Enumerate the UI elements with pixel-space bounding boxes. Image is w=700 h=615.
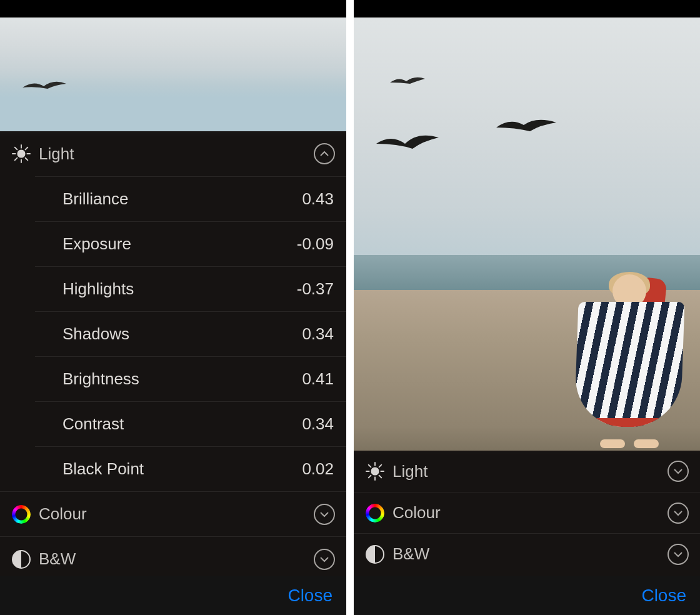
svg-line-14 [369, 465, 371, 468]
chevron-down-icon[interactable] [668, 544, 689, 565]
status-bar [354, 0, 700, 18]
panel-footer: Close [354, 576, 700, 615]
bw-icon [362, 545, 388, 564]
chevron-down-icon[interactable] [668, 502, 689, 524]
light-adjustments-list: Brilliance 0.43 Exposure -0.09 Highlight… [0, 176, 346, 491]
adjustment-exposure[interactable]: Exposure -0.09 [35, 221, 346, 266]
svg-line-8 [15, 158, 18, 161]
adjustment-brilliance[interactable]: Brilliance 0.43 [35, 176, 346, 221]
chevron-down-icon[interactable] [314, 504, 335, 525]
category-light[interactable]: Light [0, 131, 346, 176]
svg-line-16 [379, 465, 382, 468]
category-colour[interactable]: Colour [354, 492, 700, 533]
bird-silhouette [376, 135, 439, 158]
panel-footer: Close [0, 576, 346, 615]
svg-point-9 [371, 468, 378, 474]
colour-wheel-icon [9, 505, 34, 524]
adjustments-panel: Light Colour B&W [354, 451, 700, 615]
child-subject [576, 272, 682, 441]
svg-point-0 [18, 150, 24, 157]
svg-line-17 [369, 476, 371, 478]
category-bw[interactable]: B&W [0, 536, 346, 576]
photo-preview [354, 18, 700, 451]
bird-silhouette [496, 116, 556, 138]
adjustments-panel: Light Brilliance 0.43 Exposure -0.09 [0, 131, 346, 615]
category-bw-label: B&W [34, 549, 314, 569]
sun-icon [362, 462, 388, 481]
category-bw[interactable]: B&W [354, 533, 700, 574]
svg-line-6 [26, 158, 28, 161]
adjustment-highlights[interactable]: Highlights -0.37 [35, 266, 346, 311]
chevron-up-icon[interactable] [314, 143, 335, 164]
svg-line-7 [26, 148, 28, 150]
colour-wheel-icon [362, 504, 388, 522]
category-colour-label: Colour [34, 504, 314, 524]
category-light[interactable]: Light [354, 451, 700, 492]
svg-line-5 [15, 148, 18, 150]
category-light-label: Light [388, 462, 668, 481]
category-colour-label: Colour [388, 503, 668, 522]
svg-line-15 [379, 476, 382, 478]
bird-silhouette [390, 76, 425, 89]
chevron-down-icon[interactable] [668, 461, 689, 482]
sun-icon [9, 144, 34, 163]
chevron-down-icon[interactable] [314, 549, 335, 570]
category-light-label: Light [34, 144, 314, 164]
category-colour[interactable]: Colour [0, 491, 346, 536]
close-button[interactable]: Close [641, 586, 686, 606]
bird-silhouette [22, 80, 66, 95]
status-bar [0, 0, 346, 18]
adjustment-black-point[interactable]: Black Point 0.02 [35, 446, 346, 491]
adjustment-brightness[interactable]: Brightness 0.41 [35, 356, 346, 401]
adjustment-shadows[interactable]: Shadows 0.34 [35, 311, 346, 356]
sand [354, 290, 700, 451]
close-button[interactable]: Close [288, 586, 332, 606]
adjustment-contrast[interactable]: Contrast 0.34 [35, 401, 346, 446]
photo-preview [0, 18, 346, 131]
category-bw-label: B&W [388, 544, 668, 564]
bw-icon [9, 550, 34, 569]
